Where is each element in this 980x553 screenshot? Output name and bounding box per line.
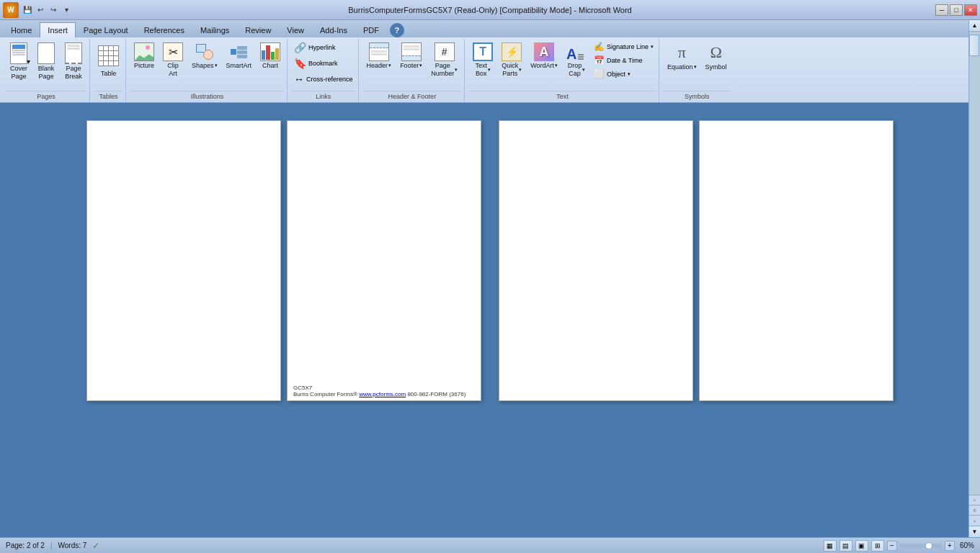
text-group-items: T TextBox ▾ ⚡ QuickParts ▾ A: [469, 40, 656, 89]
page-indicator: Page: 2 of 2: [6, 541, 45, 549]
close-button[interactable]: ✕: [964, 4, 977, 16]
undo-quick-btn[interactable]: ↩: [35, 4, 46, 16]
ribbon-content: ▾ CoverPage BlankPage PageBreak Pages: [0, 37, 980, 102]
tab-home[interactable]: Home: [3, 22, 40, 37]
shapes-button[interactable]: Shapes ▾: [188, 40, 221, 72]
zoom-thumb[interactable]: [925, 542, 932, 549]
chart-label: Chart: [262, 62, 278, 70]
symbol-button[interactable]: Ω Symbol: [702, 40, 731, 73]
hyperlink-icon: 🔗: [294, 42, 306, 53]
proofing-checkmark: ✓: [92, 541, 99, 551]
tab-review[interactable]: Review: [237, 22, 279, 37]
full-reading-view-btn[interactable]: ▤: [839, 540, 852, 552]
text-box-label: TextBox: [475, 62, 487, 78]
scroll-page-down[interactable]: ◦: [969, 516, 980, 526]
tab-view[interactable]: View: [279, 22, 312, 37]
tab-pdf[interactable]: PDF: [355, 22, 387, 37]
picture-button[interactable]: Picture: [130, 40, 158, 72]
text-small-buttons: ✍ Signature Line ▾ 📅 Date & Time ⬜ Objec…: [592, 40, 656, 81]
document-page-1: [86, 120, 281, 401]
outline-view-btn[interactable]: ⊞: [871, 540, 884, 552]
equation-button[interactable]: π Equation ▾: [664, 40, 700, 73]
pcforms-link[interactable]: www.pcforms.com: [359, 391, 406, 397]
hyperlink-label: Hyperlink: [308, 44, 336, 51]
scroll-page-select[interactable]: ○: [969, 505, 980, 516]
group-text: T TextBox ▾ ⚡ QuickParts ▾ A: [466, 39, 659, 102]
maximize-button[interactable]: □: [950, 4, 963, 16]
scroll-down-arrow[interactable]: ▼: [969, 526, 980, 537]
header-button[interactable]: Header ▾: [363, 40, 396, 72]
signature-line-icon: ✍: [594, 42, 605, 52]
group-header-footer: Header ▾ Footer ▾ #: [360, 39, 466, 102]
status-bar: Page: 2 of 2 | Words: 7 ✓ ▦ ▤ ▣ ⊞ − + 60…: [0, 537, 980, 553]
save-quick-btn[interactable]: 💾: [22, 4, 33, 16]
print-layout-view-btn[interactable]: ▦: [824, 540, 837, 552]
chart-button[interactable]: Chart: [257, 40, 284, 72]
scroll-page-up[interactable]: ◦: [969, 495, 980, 505]
date-time-label: Date & Time: [607, 57, 643, 64]
tab-page-layout[interactable]: Page Layout: [76, 22, 136, 37]
object-icon: ⬜: [594, 69, 605, 79]
help-button[interactable]: ?: [390, 23, 404, 37]
drop-cap-button[interactable]: A DropCap ▾: [563, 40, 590, 80]
picture-label: Picture: [134, 62, 154, 70]
links-group-items: 🔗 Hyperlink 🔖 Bookmark ↔ Cross-reference: [292, 40, 355, 89]
quick-access-toolbar: 💾 ↩ ↪ ▾: [22, 4, 72, 16]
page-2-footer-line1: GC5X7: [293, 385, 475, 391]
equation-label: Equation: [667, 63, 693, 71]
table-button[interactable]: Table: [94, 40, 122, 80]
smart-art-button[interactable]: SmartArt: [223, 40, 256, 72]
zoom-in-button[interactable]: +: [945, 541, 955, 551]
cross-reference-label: Cross-reference: [306, 76, 353, 83]
header-label: Header: [367, 62, 388, 70]
cross-reference-button[interactable]: ↔ Cross-reference: [292, 72, 355, 86]
tab-insert[interactable]: Insert: [40, 22, 76, 38]
office-logo-icon[interactable]: W: [3, 2, 19, 18]
wordart-button[interactable]: A WordArt ▾: [527, 40, 561, 72]
footer-label: Footer: [400, 62, 419, 70]
blank-page-button[interactable]: BlankPage: [33, 40, 59, 83]
tab-references[interactable]: References: [136, 22, 192, 37]
page-break-button[interactable]: PageBreak: [61, 40, 86, 83]
page-2-content: [288, 121, 481, 382]
zoom-track: [899, 544, 943, 548]
bookmark-button[interactable]: 🔖 Bookmark: [292, 56, 340, 71]
tab-add-ins[interactable]: Add-Ins: [312, 22, 355, 37]
signature-line-button[interactable]: ✍ Signature Line ▾: [592, 40, 656, 53]
text-box-button[interactable]: T TextBox ▾: [469, 40, 496, 80]
zoom-out-button[interactable]: −: [887, 541, 897, 551]
object-button[interactable]: ⬜ Object ▾: [592, 68, 656, 81]
clip-art-button[interactable]: ✂ ClipArt: [159, 40, 187, 80]
scroll-thumb[interactable]: [969, 35, 979, 56]
header-footer-group-items: Header ▾ Footer ▾ #: [363, 40, 462, 89]
title-bar: W 💾 ↩ ↪ ▾ BurrisComputerFormsGC5X7 (Read…: [0, 0, 980, 20]
pages-group-items: ▾ CoverPage BlankPage PageBreak: [6, 40, 86, 89]
date-time-button[interactable]: 📅 Date & Time: [592, 54, 656, 67]
page-number-button[interactable]: # PageNumber ▾: [427, 40, 461, 80]
footer-button[interactable]: Footer ▾: [396, 40, 426, 72]
quick-parts-button[interactable]: ⚡ QuickParts ▾: [498, 40, 525, 80]
symbols-group-label: Symbols: [664, 91, 731, 101]
status-left: Page: 2 of 2 | Words: 7 ✓: [6, 541, 99, 551]
header-footer-group-label: Header & Footer: [363, 91, 462, 101]
minimize-button[interactable]: ─: [935, 4, 948, 16]
date-time-icon: 📅: [594, 55, 605, 66]
tab-mailings[interactable]: Mailings: [192, 22, 237, 37]
title-bar-left: W 💾 ↩ ↪ ▾: [3, 2, 72, 18]
customize-quick-btn[interactable]: ▾: [61, 4, 72, 16]
group-illustrations: Picture ✂ ClipArt Shapes ▾: [128, 39, 288, 102]
scroll-up-arrow[interactable]: ▲: [969, 20, 980, 32]
hyperlink-button[interactable]: 🔗 Hyperlink: [292, 40, 338, 55]
ribbon-tab-bar: Home Insert Page Layout References Maili…: [0, 20, 980, 37]
ribbon: Home Insert Page Layout References Maili…: [0, 20, 980, 103]
web-layout-view-btn[interactable]: ▣: [855, 540, 868, 552]
text-group-label: Text: [469, 91, 656, 101]
document-area: GC5X7 Burris Computer Forms® www.pcforms…: [0, 103, 980, 536]
cover-page-button[interactable]: ▾ CoverPage: [6, 40, 32, 83]
redo-quick-btn[interactable]: ↪: [48, 4, 59, 16]
clip-art-label: ClipArt: [167, 62, 179, 78]
cross-reference-icon: ↔: [294, 73, 304, 85]
page-2-footer-line2: Burris Computer Forms® www.pcforms.com 8…: [293, 391, 475, 397]
scroll-track: [969, 32, 980, 495]
blank-page-label: BlankPage: [38, 65, 55, 81]
